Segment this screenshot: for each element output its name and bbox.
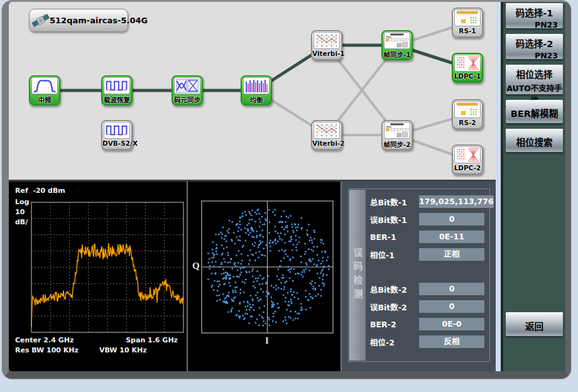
sidebar-spacer	[505, 158, 564, 312]
ber-row: 误Bit数-10	[370, 213, 484, 226]
ber-row: 相位-2反相	[370, 335, 484, 348]
flow-block-viterbi1[interactable]: Viterbi-1	[311, 30, 342, 60]
ber-row: 总Bit数-1179,025,113,776	[370, 195, 484, 208]
spectrum-scale-log: Log	[15, 198, 29, 206]
flow-block-label: LDPC-2	[453, 164, 482, 172]
flow-block-ldpc1[interactable]: LDPC-1	[452, 53, 483, 83]
q-axis-label: Q	[192, 261, 200, 271]
squarewave-icon	[104, 77, 130, 94]
sidebar-button-phase-select[interactable]: 相位选择AUTO不支持手动	[506, 65, 563, 94]
flow-block-label: LDPC-1	[453, 72, 482, 80]
back-button-label: 返回	[506, 312, 563, 332]
flow-block-label: 码元同步	[173, 95, 202, 104]
preset-label: 512qam-aircas-5.04G	[50, 16, 148, 25]
flow-block-carrier[interactable]: 载波恢复	[101, 75, 133, 106]
ber-label: 误Bit数-2	[370, 301, 419, 313]
signal-flow-diagram: 512qam-aircas-5.04G 中频载波恢复码元同步均衡DVB-S2/X…	[9, 2, 496, 182]
flow-block-dvb[interactable]: DVB-S2/X	[101, 120, 133, 150]
flow-block-viterbi2[interactable]: Viterbi-2	[311, 120, 342, 150]
bottom-panels: Ref -20 dBm Log 10 dB/ Center 2.4 GHz Sp…	[9, 182, 496, 371]
ber-value: 反相	[419, 335, 484, 348]
flow-block-label: 帧同步-2	[383, 139, 412, 149]
ber-row: 误Bit数-20	[370, 300, 484, 313]
ber-label: BER-1	[370, 232, 419, 242]
flow-block-eq[interactable]: 均衡	[241, 75, 272, 106]
spectrum-scale-db: dB/	[15, 218, 28, 226]
flow-block-label: 载波恢复	[102, 95, 131, 104]
ber-row: BER-10E-11	[370, 231, 484, 243]
constellation-display: Q I	[188, 182, 341, 371]
ber-row: BER-20E-0	[370, 318, 484, 330]
spectrum-center-label: Center 2.4 GHz	[15, 336, 74, 344]
spectrum-scale-10: 10	[15, 208, 25, 216]
ber-value: 0E-11	[419, 231, 484, 243]
ber-row: 相位-1正相	[370, 248, 484, 261]
ber-label: 相位-1	[370, 249, 419, 261]
panel-gap	[496, 2, 501, 371]
window-inner: 512qam-aircas-5.04G 中频载波恢复码元同步均衡DVB-S2/X…	[9, 2, 565, 371]
desktop: { "preset": { "label": "512qam-aircas-5.…	[0, 0, 578, 392]
rs-code-icon	[454, 9, 481, 26]
ber-row: 总Bit数-20	[370, 283, 484, 295]
ber-title-strip: 误码检测	[349, 190, 366, 361]
sidebar-button-label: BER解模糊	[506, 100, 563, 119]
back-button[interactable]: 返回	[506, 312, 563, 336]
ber-label: BER-2	[370, 320, 419, 329]
flow-block-label: Viterbi-2	[312, 139, 341, 147]
sidebar-button-value: PN23	[506, 20, 563, 30]
ber-label: 总Bit数-1	[370, 196, 419, 208]
app-window: 512qam-aircas-5.04G 中频载波恢复码元同步均衡DVB-S2/X…	[2, 0, 571, 379]
bandpass-icon	[31, 77, 58, 94]
ber-title: 误码检测	[351, 248, 364, 303]
flow-block-symsync[interactable]: 码元同步	[172, 75, 203, 106]
ber-label: 总Bit数-2	[370, 283, 419, 295]
frame-sync-icon	[384, 32, 410, 49]
spectrum-rbw-label: Res BW 100 KHz	[15, 346, 79, 354]
spectrum-display: Ref -20 dBm Log 10 dB/ Center 2.4 GHz Sp…	[9, 182, 188, 371]
ber-group-gap	[370, 266, 484, 283]
i-axis-label: I	[265, 335, 269, 346]
ber-value: 179,025,113,776	[419, 195, 494, 208]
flow-block-rs1[interactable]: RS-1	[452, 8, 483, 38]
ber-value: 正相	[419, 248, 484, 261]
sidebar-button-label: 码选择-1	[506, 3, 563, 19]
main-content: 512qam-aircas-5.04G 中频载波恢复码元同步均衡DVB-S2/X…	[9, 2, 496, 371]
ber-value: 0	[419, 300, 484, 313]
flow-block-label: 均衡	[242, 95, 271, 104]
sidebar-button-value: PN23	[506, 51, 563, 60]
spectrum-ref-label: Ref -20 dBm	[15, 187, 65, 195]
sidebar-button-ber-deambiguity[interactable]: BER解模糊	[506, 100, 563, 123]
sidebar-menu: 码选择-1PN23码选择-2PN23相位选择AUTO不支持手动BER解模糊相位搜…	[501, 2, 565, 371]
spectrum-span-label: Span 1.6 GHz	[126, 336, 178, 344]
constellation-plot	[188, 182, 341, 369]
sidebar-button-label: 码选择-2	[506, 34, 563, 50]
satellite-icon	[31, 11, 50, 30]
flow-block-if[interactable]: 中频	[29, 75, 60, 106]
sidebar-button-phase-search[interactable]: 相位搜索	[506, 129, 563, 152]
sidebar-button-label: 相位搜索	[506, 129, 563, 148]
preset-button[interactable]: 512qam-aircas-5.04G	[29, 9, 128, 32]
flow-block-label: Viterbi-1	[312, 50, 341, 57]
ldpc-graph-icon	[454, 55, 481, 72]
ber-value: 0E-0	[419, 318, 484, 330]
flow-block-label: RS-2	[453, 119, 482, 126]
sidebar-button-code-select-1[interactable]: 码选择-1PN23	[506, 3, 563, 28]
flow-block-rs2[interactable]: RS-2	[452, 99, 483, 129]
trellis-icon	[314, 32, 340, 49]
flow-block-fsync2[interactable]: 帧同步-2	[381, 120, 413, 150]
equalizer-bars-icon	[243, 77, 270, 94]
flow-block-fsync1[interactable]: 帧同步-1	[381, 30, 413, 60]
flow-block-ldpc2[interactable]: LDPC-2	[452, 144, 483, 175]
ber-rows: 总Bit数-1179,025,113,776误Bit数-10BER-10E-11…	[370, 195, 484, 353]
sidebar-tail	[505, 342, 564, 371]
ber-value: 0	[419, 283, 484, 295]
ber-label: 误Bit数-1	[370, 214, 419, 226]
ldpc-graph-icon	[454, 146, 481, 163]
squarewave-icon	[104, 122, 130, 139]
rs-code-icon	[454, 101, 481, 118]
sidebar-button-code-select-2[interactable]: 码选择-2PN23	[506, 34, 563, 59]
spectrum-vbw-label: VBW 10 KHz	[99, 346, 147, 354]
eye-diagram-icon	[174, 77, 200, 94]
flow-block-label: DVB-S2/X	[102, 139, 131, 147]
flow-block-label: 帧同步-1	[383, 50, 412, 59]
